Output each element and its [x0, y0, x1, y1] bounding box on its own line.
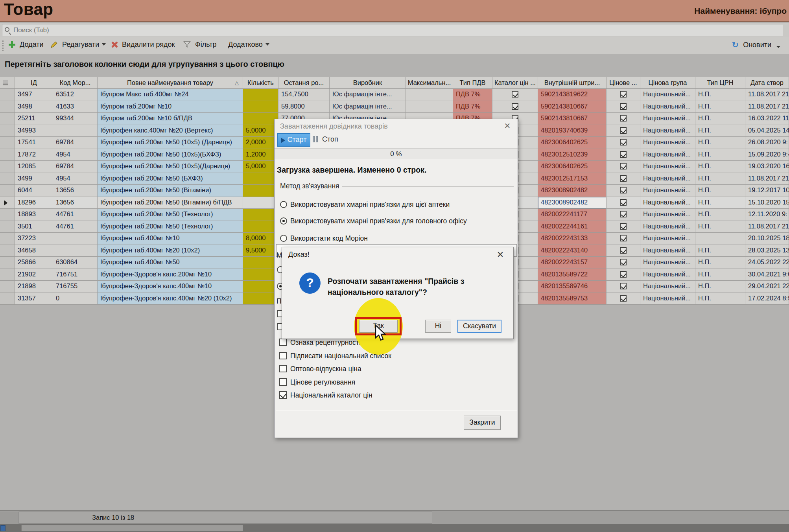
- scrollbar-thumb[interactable]: [21, 525, 243, 531]
- cell-crn[interactable]: Н.П.: [695, 101, 745, 113]
- cell-code[interactable]: 716755: [53, 281, 98, 293]
- stop-button[interactable]: Стоп: [313, 134, 344, 146]
- cell-code[interactable]: 44761: [53, 221, 98, 233]
- cell-price[interactable]: [606, 197, 640, 209]
- cell-qty[interactable]: [243, 209, 278, 221]
- cell-price[interactable]: [606, 209, 640, 221]
- cell-qty[interactable]: [243, 173, 278, 185]
- cell-date[interactable]: 11.08.2017 21: [745, 101, 789, 113]
- cell-price[interactable]: [606, 113, 640, 125]
- cell-crn[interactable]: Н.П.: [695, 113, 745, 125]
- cell-price[interactable]: [606, 293, 640, 305]
- column-header-price[interactable]: Цінове ...: [606, 77, 640, 89]
- cell-code[interactable]: 716751: [53, 269, 98, 281]
- cell-date[interactable]: 11.08.2017 21: [745, 89, 789, 101]
- cell-barcode[interactable]: 4820135589746: [538, 281, 606, 293]
- cell-date[interactable]: 26.08.2020 9:: [745, 137, 789, 149]
- horizontal-scrollbar[interactable]: [0, 524, 789, 532]
- cell-date[interactable]: 20.10.2025 18: [745, 233, 789, 245]
- column-header-last[interactable]: Остання ро...: [278, 77, 330, 89]
- cell-code[interactable]: 44761: [53, 209, 98, 221]
- cell-name[interactable]: Ібупром Макс таб.400мг №24: [98, 89, 243, 101]
- column-header-group[interactable]: Цінова група: [640, 77, 695, 89]
- cell-crn[interactable]: Н.П.: [695, 185, 745, 197]
- cell-name[interactable]: Ібупрофен таб.200мг №50 (Технолог): [98, 221, 243, 233]
- cell-barcode[interactable]: 4820135589722: [538, 269, 606, 281]
- cell-qty[interactable]: [243, 197, 278, 209]
- cell-group[interactable]: Національний...: [640, 161, 695, 173]
- cell-vat[interactable]: ПДВ 7%: [453, 89, 492, 101]
- confirm-dialog-close-button[interactable]: ✕: [495, 250, 505, 260]
- cell-id[interactable]: 34993: [15, 125, 53, 137]
- more-button[interactable]: Додатково: [228, 40, 269, 52]
- cell-group[interactable]: Національний...: [640, 197, 695, 209]
- cell-id[interactable]: 21902: [15, 269, 53, 281]
- cell-code[interactable]: 13656: [53, 185, 98, 197]
- cell-qty[interactable]: [243, 293, 278, 305]
- cell-date[interactable]: 15.09.2020 9:4: [745, 149, 789, 161]
- cell-price[interactable]: [606, 269, 640, 281]
- cell-barcode[interactable]: 4820193740639: [538, 125, 606, 137]
- cell-name[interactable]: Ібупрофен таб.200мг №50 (Вітаміни) б/ПДВ: [98, 197, 243, 209]
- cell-code[interactable]: 630864: [53, 257, 98, 269]
- cell-group[interactable]: Національний...: [640, 137, 695, 149]
- row-gutter[interactable]: [0, 197, 15, 209]
- cell-group[interactable]: Національний...: [640, 221, 695, 233]
- row-gutter[interactable]: [0, 89, 15, 101]
- cell-price[interactable]: [606, 89, 640, 101]
- cell-group[interactable]: Національний...: [640, 185, 695, 197]
- cell-price[interactable]: [606, 281, 640, 293]
- no-button[interactable]: Ні: [425, 320, 451, 333]
- cell-date[interactable]: 19.12.2017 10: [745, 185, 789, 197]
- cell-barcode[interactable]: 4823012517153: [538, 173, 606, 185]
- cell-name[interactable]: Ібупрофен-Здоров'я капс.400мг №10: [98, 281, 243, 293]
- refresh-caret-icon[interactable]: [776, 46, 780, 48]
- cell-id[interactable]: 25211: [15, 113, 53, 125]
- cell-name[interactable]: Ібупрофен таб.400мг №50: [98, 257, 243, 269]
- cell-group[interactable]: Національний...: [640, 113, 695, 125]
- row-gutter[interactable]: [0, 161, 15, 173]
- cell-code[interactable]: 13656: [53, 197, 98, 209]
- cell-max[interactable]: [406, 101, 453, 113]
- start-button[interactable]: Старт: [277, 133, 310, 147]
- cell-id[interactable]: 12085: [15, 161, 53, 173]
- cell-group[interactable]: Національний...: [640, 293, 695, 305]
- search-input[interactable]: Поиск (Tab): [2, 24, 783, 36]
- cell-max[interactable]: [406, 89, 453, 101]
- cell-name[interactable]: Ібупрофен таб.200мг №50 (Технолог): [98, 209, 243, 221]
- column-header-name[interactable]: Повне найменування товару△: [98, 77, 243, 89]
- cell-id[interactable]: 6044: [15, 185, 53, 197]
- cell-vendor[interactable]: Юс фармація інте...: [330, 89, 406, 101]
- cell-price[interactable]: [606, 233, 640, 245]
- cell-crn[interactable]: Н.П.: [695, 125, 745, 137]
- column-header-barcode[interactable]: Внутрішній штри...: [538, 77, 606, 89]
- cell-date[interactable]: 05.04.2025 14: [745, 125, 789, 137]
- cell-id[interactable]: 21898: [15, 281, 53, 293]
- cell-name[interactable]: Ібупрофен таб.200мг №50 (10х5)(БХФЗ): [98, 149, 243, 161]
- cell-price[interactable]: [606, 161, 640, 173]
- cell-name[interactable]: Ібупрофен капс.400мг №20 (Вертекс): [98, 125, 243, 137]
- cell-group[interactable]: Національний...: [640, 173, 695, 185]
- cell-id[interactable]: 3499: [15, 173, 53, 185]
- cell-crn[interactable]: Н.П.: [695, 269, 745, 281]
- cell-crn[interactable]: Н.П.: [695, 173, 745, 185]
- cell-id[interactable]: 17872: [15, 149, 53, 161]
- column-header-vat[interactable]: Тип ПДВ: [453, 77, 492, 89]
- cell-name[interactable]: Ібупром таб.200мг №10 б/ПДВ: [98, 113, 243, 125]
- cell-crn[interactable]: Н.П.: [695, 149, 745, 161]
- cell-qty[interactable]: 1,2000: [243, 149, 278, 161]
- cell-group[interactable]: Національний...: [640, 149, 695, 161]
- cell-date[interactable]: 29.04.2021 22: [745, 281, 789, 293]
- row-gutter[interactable]: [0, 233, 15, 245]
- row-gutter[interactable]: [0, 149, 15, 161]
- cell-id[interactable]: 3498: [15, 101, 53, 113]
- load-dialog-close-button[interactable]: ✕: [503, 121, 512, 131]
- cell-crn[interactable]: Н.П.: [695, 197, 745, 209]
- cell-crn[interactable]: Н.П.: [695, 281, 745, 293]
- cell-name[interactable]: Ібупрофен-Здоров'я капс.400мг №20 (10х2): [98, 293, 243, 305]
- cell-crn[interactable]: Н.П.: [695, 161, 745, 173]
- cell-name[interactable]: Ібупрофен таб.400мг №10: [98, 233, 243, 245]
- cell-barcode[interactable]: 4823006402625: [538, 161, 606, 173]
- cell-name[interactable]: Ібупрофен таб.200мг №50 (10х5) (Дарниця): [98, 137, 243, 149]
- cell-barcode[interactable]: 4823008902482: [538, 197, 606, 209]
